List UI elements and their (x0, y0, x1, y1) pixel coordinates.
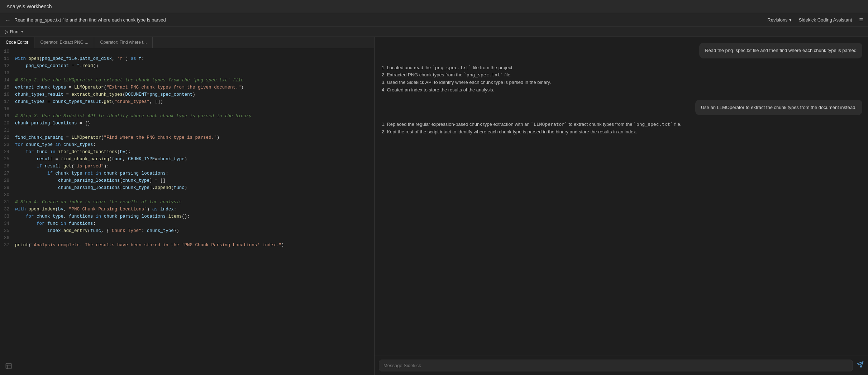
revisions-label: Revisions (767, 17, 787, 23)
table-row: 19 # Step 3: Use the Sidekick API to ide… (0, 113, 374, 120)
main-content: Code Editor Operator: Extract PNG ... Op… (0, 37, 868, 375)
tab-code-editor[interactable]: Code Editor (0, 37, 34, 48)
table-row: 14 # Step 2: Use the LLMOperator to extr… (0, 77, 374, 84)
table-row: 31 # Step 4: Create an index to store th… (0, 199, 374, 206)
svg-rect-2 (6, 364, 11, 369)
code-editor[interactable]: 10 11 with open(png_spec_file.path_on_di… (0, 48, 374, 375)
response-message-1: 1. Located and read the `png_spec.txt` f… (380, 64, 862, 94)
title-bar: Analysis Workbench (0, 0, 868, 13)
table-row: 30 (0, 191, 374, 199)
send-icon (857, 361, 864, 368)
table-row: 34 for func in functions: (0, 220, 374, 227)
send-button[interactable] (857, 361, 864, 370)
table-row: 13 (0, 70, 374, 77)
prompt-text: Read the png_spec.txt file and then find… (14, 17, 166, 23)
table-row: 33 for chunk_type, functions in chunk_pa… (0, 213, 374, 220)
table-row: 25 result = find_chunk_parsing(func, CHU… (0, 156, 374, 163)
chat-area: Read the png_spec.txt file and then find… (375, 37, 868, 356)
table-row: 23 for chunk_type in chunk_types: (0, 141, 374, 148)
table-row: 28 chunk_parsing_locations[chunk_type] =… (0, 177, 374, 184)
table-row: 22 find_chunk_parsing = LLMOperator("Fin… (0, 134, 374, 141)
code-lines: 10 11 with open(png_spec_file.path_on_di… (0, 48, 374, 249)
user-message-2: Use an LLMOperator to extract the chunk … (695, 100, 862, 115)
table-row: 15 extract_chunk_types = LLMOperator("Ex… (0, 84, 374, 91)
run-dropdown-button[interactable]: ▾ (21, 29, 23, 34)
top-toolbar: ← Read the png_spec.txt file and then fi… (0, 13, 868, 27)
toolbar-right: Revisions ▾ Sidekick Coding Assistant ≡ (767, 16, 863, 24)
back-button[interactable]: ← (5, 17, 11, 23)
table-row: 26 if result.get("is_parsed"): (0, 163, 374, 170)
bottom-icon (5, 362, 12, 371)
table-row: 37 print("Analysis complete. The results… (0, 242, 374, 249)
table-row: 24 for func in iter_defined_functions(bv… (0, 148, 374, 156)
document-icon (5, 362, 12, 370)
table-row: 32 with open_index(bv, "PNG Chunk Parsin… (0, 206, 374, 213)
tab-extract-png[interactable]: Operator: Extract PNG ... (34, 37, 94, 48)
response-message-2: 1. Replaced the regular expression-based… (380, 121, 862, 136)
app-title: Analysis Workbench (6, 4, 52, 9)
user-message-1: Read the png_spec.txt file and then find… (699, 43, 862, 58)
run-toolbar: ▷ Run ▾ (0, 27, 868, 37)
table-row: 36 (0, 234, 374, 242)
revisions-dropdown-icon: ▾ (789, 17, 792, 23)
table-row: 35 index.add_entry(func, {"Chunk Type": … (0, 227, 374, 234)
code-panel: Code Editor Operator: Extract PNG ... Op… (0, 37, 375, 375)
sidekick-coding-title: Sidekick Coding Assistant (799, 17, 852, 23)
run-button[interactable]: ▷ Run (5, 29, 18, 34)
table-row: 16 chunk_types_result = extract_chunk_ty… (0, 91, 374, 98)
table-row: 11 with open(png_spec_file.path_on_disk,… (0, 55, 374, 62)
table-row: 21 (0, 127, 374, 134)
run-label: ▷ Run (5, 29, 18, 34)
table-row: 12 png_spec_content = f.read() (0, 62, 374, 70)
table-row: 29 chunk_parsing_locations[chunk_type].a… (0, 184, 374, 191)
table-row: 10 (0, 48, 374, 55)
table-row: 17 chunk_types = chunk_types_result.get(… (0, 98, 374, 105)
chat-input-area (375, 356, 868, 375)
chat-input[interactable] (379, 360, 853, 371)
sidekick-panel: Read the png_spec.txt file and then find… (375, 37, 868, 375)
table-row: 27 if chunk_type not in chunk_parsing_lo… (0, 170, 374, 177)
table-row: 20 chunk_parsing_locations = {} (0, 120, 374, 127)
hamburger-button[interactable]: ≡ (859, 16, 863, 24)
tab-find-where[interactable]: Operator: Find where t... (94, 37, 153, 48)
table-row: 18 (0, 105, 374, 113)
revisions-button[interactable]: Revisions ▾ (767, 17, 791, 23)
toolbar-left: ← Read the png_spec.txt file and then fi… (5, 17, 767, 23)
tabs-bar: Code Editor Operator: Extract PNG ... Op… (0, 37, 374, 48)
